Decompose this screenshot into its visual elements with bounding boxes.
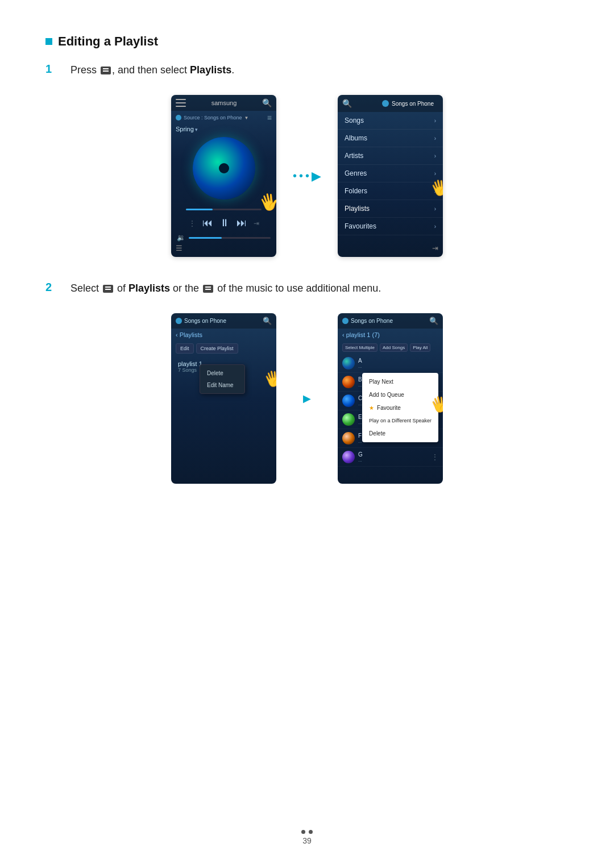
chevron-albums: › xyxy=(434,135,436,142)
arrow-2: ▶ xyxy=(290,313,324,484)
menu-search-icon: 🔍 xyxy=(342,99,352,108)
player-song-title: Spring ▾ xyxy=(171,124,276,132)
ctx-edit-name[interactable]: Edit Name xyxy=(200,379,244,391)
more-icon-g[interactable]: ⋮ xyxy=(432,453,438,461)
main-menu-list: Songs › Albums › Artists › Genres › Fold… xyxy=(338,112,443,235)
menu-item-playlists[interactable]: Playlists › xyxy=(338,200,443,218)
section-title: Editing a Playlist xyxy=(58,34,158,49)
menu-item-favourites[interactable]: Favourites › xyxy=(338,218,443,235)
add-songs-btn[interactable]: Add Songs xyxy=(380,343,408,352)
prev-btn[interactable]: ⏮ xyxy=(202,217,213,229)
vol-track xyxy=(189,237,271,239)
step1-row: 1 Press , and then select Playlists. xyxy=(45,61,569,78)
detail-search-icon: 🔍 xyxy=(429,317,438,325)
player-source-text: Source : Songs on Phone xyxy=(184,115,242,121)
menu-item-artists[interactable]: Artists › xyxy=(338,147,443,165)
detail-action-buttons: Select Multiple Add Songs Play All xyxy=(338,341,443,354)
chip-dot xyxy=(382,100,389,107)
menu-item-genres[interactable]: Genres › xyxy=(338,165,443,182)
arrow-dots-2: ▶ xyxy=(303,392,311,405)
footer-dot-1 xyxy=(301,830,305,834)
equalizer-icon: ≡ xyxy=(267,113,272,122)
song-thumb-b xyxy=(342,376,355,388)
footer-dots xyxy=(301,830,313,834)
detail-back-nav[interactable]: ‹ playlist 1 (7) xyxy=(338,329,443,341)
menu-top-bar: 🔍 Songs on Phone xyxy=(338,95,443,112)
player-screen: samsung 🔍 Source : Songs on Phone ▼ ≡ Sp… xyxy=(171,95,276,257)
menu-icon-inline xyxy=(101,67,111,74)
playlists-back-nav[interactable]: ‹ Playlists xyxy=(171,329,276,341)
step1-bold: Playlists xyxy=(190,64,231,76)
source-dot xyxy=(176,115,181,121)
song-item-g[interactable]: G ... ⋮ xyxy=(338,448,443,467)
menu-item-songs[interactable]: Songs › xyxy=(338,112,443,130)
song-item-a[interactable]: A ... xyxy=(338,354,443,373)
player-search-icon: 🔍 xyxy=(262,98,272,107)
play-all-btn[interactable]: Play All xyxy=(410,343,430,352)
step2-bold-playlists: Playlists xyxy=(128,283,170,294)
dropdown-arrow: ▾ xyxy=(194,127,198,132)
screenshots-row-1: samsung 🔍 Source : Songs on Phone ▼ ≡ Sp… xyxy=(45,95,569,257)
pl-header-title: Songs on Phone xyxy=(184,318,226,324)
dm-play-next[interactable]: Play Next xyxy=(362,375,438,388)
source-chip-label: Songs on Phone xyxy=(392,101,434,107)
song-thumb-f xyxy=(342,432,355,445)
player-title: samsung xyxy=(211,99,237,106)
back-arrow-2: ‹ xyxy=(342,331,345,338)
menu-item-playlists-label: Playlists xyxy=(345,205,370,213)
menu-item-songs-label: Songs xyxy=(345,117,364,124)
section-marker xyxy=(45,38,52,45)
chevron-playlists: › xyxy=(434,206,436,212)
step2-row: 2 Select of Playlists or the of the musi… xyxy=(45,280,569,296)
star-icon: ★ xyxy=(369,405,374,411)
song-thumb-c xyxy=(342,394,355,407)
detail-header: Songs on Phone 🔍 xyxy=(338,313,443,329)
playlists-action-buttons: Edit Create Playlist xyxy=(171,341,276,356)
dropdown-menu: Play Next Add to Queue ★ Favourite Play … xyxy=(362,373,438,442)
bottom-bar-icon: ⇥ xyxy=(432,244,438,252)
next-btn[interactable]: ⏭ xyxy=(237,217,247,229)
song-info-a: A ... xyxy=(358,358,438,369)
volume-bar: 🔉 xyxy=(171,231,276,244)
pl-search-icon: 🔍 xyxy=(263,317,272,325)
step1-text: Press , and then select Playlists. xyxy=(70,61,234,78)
detail-chip-dot xyxy=(342,318,349,324)
menu-item-albums[interactable]: Albums › xyxy=(338,130,443,147)
list-icon-bottom: ☰ xyxy=(176,244,182,252)
dm-delete[interactable]: Delete xyxy=(362,427,438,440)
song-thumb-g xyxy=(342,451,355,463)
menu-item-genres-label: Genres xyxy=(345,169,367,177)
source-arrow: ▼ xyxy=(244,115,249,121)
menu-item-favourites-label: Favourites xyxy=(345,222,376,230)
dm-add-queue[interactable]: Add to Queue xyxy=(362,388,438,401)
context-menu: Delete Edit Name xyxy=(200,364,245,394)
back-label-2: playlist 1 (7) xyxy=(346,331,380,338)
create-playlist-btn[interactable]: Create Playlist xyxy=(196,343,238,354)
song-thumb-e xyxy=(342,413,355,426)
playlists-header: Songs on Phone 🔍 xyxy=(171,313,276,329)
screenshots-row-2: Songs on Phone 🔍 ‹ Playlists Edit Create… xyxy=(45,313,569,484)
footer-dot-2 xyxy=(309,830,313,834)
arrow-triangle-1: ▶ xyxy=(312,169,321,184)
pause-btn[interactable]: ⏸ xyxy=(219,217,230,229)
dm-favourite[interactable]: ★ Favourite xyxy=(362,401,438,414)
step2-number: 2 xyxy=(45,280,61,294)
detail-header-title: Songs on Phone xyxy=(351,318,393,324)
song-sub-a: ... xyxy=(358,364,438,369)
chevron-genres: › xyxy=(434,171,436,177)
edit-btn[interactable]: Edit xyxy=(176,343,194,354)
ctx-delete[interactable]: Delete xyxy=(200,367,244,379)
page-footer: 39 xyxy=(0,830,614,845)
album-art xyxy=(193,137,255,200)
page-number: 39 xyxy=(302,836,312,845)
select-multiple-btn[interactable]: Select Multiple xyxy=(342,343,377,352)
playlists-screen: Songs on Phone 🔍 ‹ Playlists Edit Create… xyxy=(171,313,276,484)
menu-item-folders[interactable]: Folders › xyxy=(338,182,443,200)
progress-bar xyxy=(186,209,262,210)
menu-icon-inline-3 xyxy=(203,285,213,293)
section-heading: Editing a Playlist xyxy=(45,34,569,49)
step1-number: 1 xyxy=(45,61,61,76)
source-chip: Songs on Phone xyxy=(377,98,438,109)
dm-diff-speaker[interactable]: Play on a Different Speaker xyxy=(362,414,438,427)
menu-icon-inline-2 xyxy=(103,285,113,293)
